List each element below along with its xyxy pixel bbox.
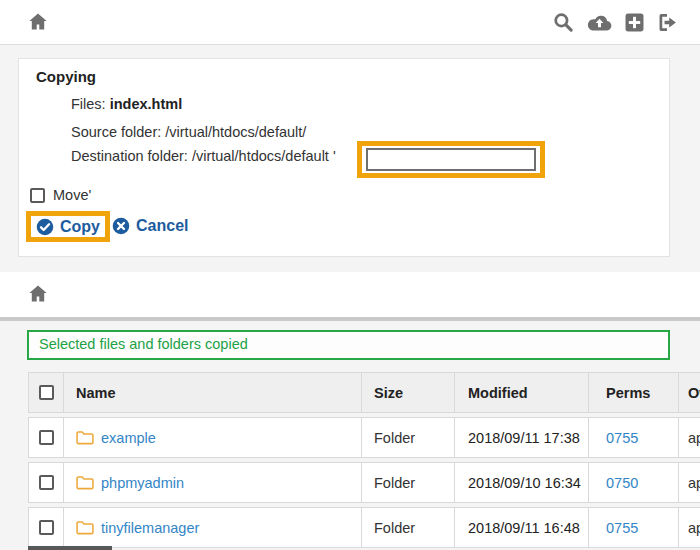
header-name: Name [63,373,361,412]
home-icon[interactable] [28,12,48,32]
table-header-row: Name Size Modified Perms Owner [28,372,700,413]
destination-folder-line: Destination folder:/virtual/htdocs/defau… [71,148,336,164]
file-size: Folder [361,508,454,547]
destination-folder-value: /virtual/htdocs/default ' [192,148,336,164]
move-option: Move' [30,187,91,203]
table-row: example Folder 2018/09/11 17:38 0755 apa… [28,417,700,458]
toolbar-actions [553,12,678,37]
move-checkbox[interactable] [30,188,45,203]
header-modified: Modified [454,373,588,412]
header-perms: Perms [588,373,678,412]
check-circle-icon [36,218,54,236]
destination-folder-input[interactable] [366,148,536,171]
file-owner: apache [678,463,700,502]
file-name-link[interactable]: tinyfilemanager [101,520,199,536]
file-table: Name Size Modified Perms Owner example F… [28,372,700,550]
annotation-highlight-copy-button: Copy [26,211,110,242]
partial-bottom-element [28,546,112,550]
annotation-highlight-destination-input [357,141,545,178]
cancel-button-label: Cancel [136,217,188,235]
select-all-checkbox[interactable] [39,385,54,400]
x-circle-icon [112,217,130,235]
file-perms-link[interactable]: 0755 [606,430,638,446]
upload-icon[interactable] [587,13,612,37]
table-row: tinyfilemanager Folder 2018/09/11 16:48 … [28,507,700,548]
file-perms-link[interactable]: 0755 [606,520,638,536]
file-perms-link[interactable]: 0750 [606,475,638,491]
source-folder-line: Source folder:/virtual/htdocs/default/ [71,124,306,140]
table-row: phpmyadmin Folder 2018/09/10 16:34 0750 … [28,462,700,503]
top-toolbar [0,0,700,45]
file-name-link[interactable]: example [101,430,156,446]
copy-dialog: Copying Files:index.html Source folder:/… [18,58,670,257]
source-folder-value: /virtual/htdocs/default/ [165,124,306,140]
header-size: Size [361,373,454,412]
file-modified: 2018/09/11 16:48 [454,508,588,547]
files-label: Files: [71,96,106,112]
copy-button-label: Copy [60,218,100,236]
cancel-button[interactable]: Cancel [112,217,188,235]
file-owner: apache [678,418,700,457]
move-label: Move' [53,187,91,203]
files-line: Files:index.html [71,96,182,112]
source-folder-label: Source folder: [71,124,161,140]
destination-folder-label: Destination folder: [71,148,188,164]
file-size: Folder [361,463,454,502]
file-owner: apache [678,508,700,547]
folder-icon [76,520,94,535]
status-alert: Selected files and folders copied [27,330,670,360]
home-icon[interactable] [28,284,48,304]
section-divider [0,317,700,321]
files-value: index.html [110,96,183,112]
header-owner: Owner [678,373,700,412]
folder-icon [76,430,94,445]
search-icon[interactable] [553,12,574,37]
row-checkbox[interactable] [39,520,54,535]
file-modified: 2018/09/10 16:34 [454,463,588,502]
folder-icon [76,475,94,490]
file-name-link[interactable]: phpmyadmin [101,475,184,491]
file-manager-toolbar [0,272,700,317]
row-checkbox[interactable] [39,475,54,490]
file-size: Folder [361,418,454,457]
status-alert-message: Selected files and folders copied [39,336,248,352]
copy-button[interactable]: Copy [36,218,100,236]
sign-out-icon[interactable] [657,12,678,37]
row-checkbox[interactable] [39,430,54,445]
file-modified: 2018/09/11 17:38 [454,418,588,457]
dialog-title: Copying [36,68,96,85]
new-item-icon[interactable] [625,13,644,36]
